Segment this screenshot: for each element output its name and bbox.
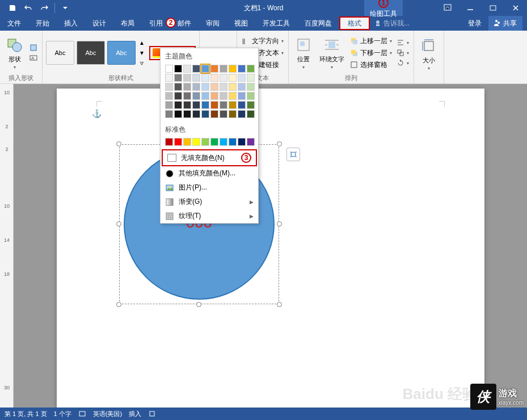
rotate-button[interactable]: ▾ (395, 58, 410, 68)
status-language[interactable]: 英语(美国) (93, 410, 122, 418)
vertical-ruler[interactable]: 102210141830 (0, 84, 14, 408)
color-swatch[interactable] (174, 83, 182, 91)
color-swatch[interactable] (165, 92, 173, 100)
color-swatch[interactable] (247, 65, 255, 73)
save-button[interactable] (5, 0, 20, 16)
shapes-gallery-button[interactable]: 形状▾ (3, 35, 26, 71)
selection-pane-button[interactable]: 选择窗格 (349, 60, 393, 70)
handle-e[interactable] (277, 221, 282, 226)
color-swatch[interactable] (229, 74, 237, 82)
page[interactable]: ⚓ 666 (57, 89, 484, 408)
tab-developer[interactable]: 开发工具 (255, 16, 297, 31)
color-swatch[interactable] (210, 101, 218, 109)
color-swatch[interactable] (201, 83, 209, 91)
color-swatch[interactable] (174, 65, 182, 73)
draw-textbox-button[interactable]: A (28, 53, 39, 62)
more-fill-colors-item[interactable]: 其他填充颜色(M)... (161, 166, 258, 180)
color-swatch[interactable] (210, 74, 218, 82)
color-swatch[interactable] (174, 110, 182, 118)
handle-nw[interactable] (116, 141, 121, 146)
maximize-button[interactable] (482, 0, 504, 16)
qat-customize[interactable] (57, 0, 73, 16)
color-swatch[interactable] (192, 101, 200, 109)
color-swatch[interactable] (165, 74, 173, 82)
position-button[interactable]: 位置▾ (292, 35, 315, 71)
color-swatch[interactable] (238, 92, 246, 100)
color-swatch[interactable] (192, 92, 200, 100)
status-spellcheck-icon[interactable] (78, 410, 86, 418)
color-swatch[interactable] (210, 83, 218, 91)
layout-options-button[interactable] (286, 148, 300, 161)
color-swatch[interactable] (183, 83, 191, 91)
color-swatch[interactable] (201, 101, 209, 109)
tab-layout[interactable]: 布局 (113, 16, 142, 31)
tab-baidu[interactable]: 百度网盘 (297, 16, 339, 31)
tab-view[interactable]: 视图 (227, 16, 255, 31)
edit-shape-button[interactable] (28, 43, 39, 52)
bring-forward-button[interactable]: 上移一层▾ (349, 36, 393, 47)
color-swatch[interactable] (174, 138, 182, 146)
color-swatch[interactable] (229, 92, 237, 100)
size-button[interactable]: 大小▾ (418, 36, 440, 72)
tab-review[interactable]: 审阅 (199, 16, 227, 31)
color-swatch[interactable] (247, 110, 255, 118)
color-swatch[interactable] (220, 110, 227, 118)
color-swatch[interactable] (229, 110, 237, 118)
minimize-button[interactable] (459, 0, 482, 16)
login-button[interactable]: 登录 (462, 16, 487, 31)
color-swatch[interactable] (183, 74, 191, 82)
color-swatch[interactable] (192, 83, 200, 91)
color-swatch[interactable] (201, 74, 209, 82)
gallery-down[interactable]: ▾ (139, 48, 145, 57)
color-swatch[interactable] (220, 101, 227, 109)
tab-home[interactable]: 开始 (28, 16, 57, 31)
send-backward-button[interactable]: 下移一层▾ (349, 48, 393, 58)
color-swatch[interactable] (220, 74, 227, 82)
handle-s[interactable] (196, 302, 201, 307)
color-swatch[interactable] (238, 74, 246, 82)
color-swatch[interactable] (247, 138, 255, 146)
color-swatch[interactable] (201, 138, 209, 146)
color-swatch[interactable] (165, 65, 173, 73)
shape-style-preset-3[interactable]: Abc (107, 41, 136, 65)
texture-fill-item[interactable]: 纹理(T) ▶ (161, 209, 258, 223)
gallery-more[interactable]: ▿ (139, 58, 145, 68)
undo-button[interactable] (20, 0, 36, 16)
color-swatch[interactable] (165, 101, 173, 109)
color-swatch[interactable] (220, 83, 227, 91)
tab-file[interactable]: 文件 (0, 16, 28, 31)
color-swatch[interactable] (165, 110, 173, 118)
handle-se[interactable] (277, 302, 282, 307)
color-swatch[interactable] (247, 74, 255, 82)
color-swatch[interactable] (238, 101, 246, 109)
close-button[interactable] (504, 0, 527, 16)
align-button[interactable]: ▾ (395, 38, 410, 47)
color-swatch[interactable] (165, 138, 173, 146)
color-swatch[interactable] (220, 65, 227, 73)
color-swatch[interactable] (201, 92, 209, 100)
color-swatch[interactable] (183, 110, 191, 118)
redo-button[interactable] (36, 0, 52, 16)
status-word-count[interactable]: 1 个字 (54, 410, 71, 418)
color-swatch[interactable] (210, 92, 218, 100)
color-swatch[interactable] (192, 110, 200, 118)
share-button[interactable]: 共享 (488, 16, 522, 31)
tab-mailings[interactable]: 邮件 (170, 16, 199, 31)
text-direction-button[interactable]: ||文字方向▾ (241, 36, 285, 47)
picture-fill-item[interactable]: 图片(P)... (161, 180, 258, 195)
color-swatch[interactable] (247, 83, 255, 91)
color-swatch[interactable] (220, 92, 227, 100)
color-swatch[interactable] (229, 65, 237, 73)
color-swatch[interactable] (247, 92, 255, 100)
color-swatch[interactable] (165, 83, 173, 91)
color-swatch[interactable] (201, 110, 209, 118)
handle-w[interactable] (116, 221, 121, 226)
group-button[interactable]: ▾ (395, 48, 410, 57)
color-swatch[interactable] (201, 65, 209, 73)
no-fill-item[interactable]: 无填充颜色(N) 3 (162, 149, 257, 166)
color-swatch[interactable] (183, 92, 191, 100)
wrap-text-button[interactable]: 环绕文字▾ (317, 35, 347, 71)
color-swatch[interactable] (183, 65, 191, 73)
color-swatch[interactable] (229, 101, 237, 109)
color-swatch[interactable] (229, 138, 237, 146)
